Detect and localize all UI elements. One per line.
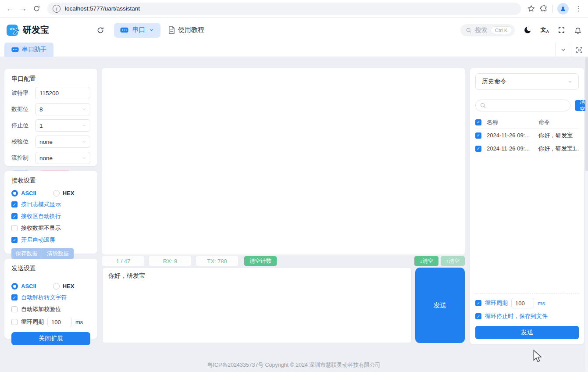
auto-scroll-option[interactable]: ✓ 开启自动滚屏 [11, 236, 90, 244]
data-bits-select[interactable]: 8 [35, 103, 90, 115]
serial-mode-dropdown[interactable]: 串口 [114, 23, 160, 38]
checkbox-checked-icon[interactable]: ✓ [11, 201, 18, 207]
chevron-down-icon [82, 155, 87, 161]
receive-status-bar: 1 / 47 RX: 9 TX: 780 清空计数 ↓清空 ↑清空 [102, 256, 465, 266]
log-mode-label: 按日志模式显示 [21, 200, 61, 208]
checkbox-checked-icon[interactable]: ✓ [11, 237, 18, 243]
browser-refresh-button[interactable] [30, 2, 43, 15]
clear-receive-button[interactable]: ↓清空 [414, 256, 438, 266]
send-settings-panel: 发送设置 ASCII HEX ✓ 自动解析转义字符 自动添加校验位 循环周期 m… [4, 259, 97, 339]
bookmark-star-icon[interactable] [527, 4, 535, 13]
search-placeholder: 搜索 [475, 26, 487, 34]
refresh-icon [96, 26, 104, 34]
history-loop-input[interactable] [511, 298, 534, 308]
browser-menu-icon[interactable]: ⋮ [573, 4, 584, 13]
loop-period-input[interactable] [47, 317, 72, 327]
clear-send-button[interactable]: ↑清空 [441, 256, 465, 266]
clear-counters-button[interactable]: 清空计数 [244, 256, 277, 266]
dark-mode-toggle[interactable] [524, 26, 532, 34]
parity-select[interactable]: none [35, 136, 90, 148]
tabbar-divider [571, 43, 571, 57]
row-checkbox[interactable]: ✓ [475, 146, 481, 152]
scrollbar-thumb[interactable] [585, 57, 588, 171]
app-logo-icon: <> [6, 24, 19, 37]
serial-port-icon [120, 27, 128, 33]
site-info-icon[interactable]: i [53, 5, 61, 13]
app-logo[interactable]: <> 研发宝 [6, 24, 49, 37]
browser-forward-button[interactable]: → [17, 2, 30, 15]
chevron-down-icon [149, 27, 154, 33]
checkbox-checked-icon[interactable]: ✓ [11, 294, 18, 300]
auto-wrap-option[interactable]: ✓ 接收区自动换行 [11, 212, 90, 220]
address-bar[interactable]: i localhost:5777/uart/assistant [47, 3, 521, 15]
tabbar-divider [555, 43, 556, 57]
col-name-header: 名称 [487, 118, 538, 126]
tabs-chevron-down-icon[interactable] [560, 46, 567, 53]
history-send-button[interactable]: 发送 [475, 326, 579, 339]
history-row[interactable]: ✓ 2024-11-26 09:... 你好，研发宝 [475, 129, 579, 142]
hide-data-option[interactable]: 接收数据不显示 [11, 224, 90, 232]
recv-ascii-radio[interactable] [11, 190, 18, 197]
stop-bits-select[interactable]: 1 [35, 119, 90, 132]
checkbox-unchecked-icon[interactable] [11, 225, 18, 231]
escape-parse-option[interactable]: ✓ 自动解析转义字符 [11, 293, 90, 301]
recv-hex-label: HEX [63, 190, 75, 197]
translate-icon: 文A [541, 27, 549, 34]
history-clear-label: 清空 [580, 98, 585, 113]
checkbox-unchecked-icon[interactable] [11, 306, 18, 312]
footer-copyright: 粤ICP备2024335737号 Copyright © 2024 深圳市慧联灵… [0, 361, 588, 369]
send-text-input[interactable]: 你好，研发宝 [102, 268, 412, 343]
send-ascii-label: ASCII [21, 283, 36, 290]
tutorial-link[interactable]: 使用教程 [168, 26, 204, 34]
url-text: localhost:5777/uart/assistant [65, 5, 140, 12]
browser-chrome: ← → i localhost:5777/uart/assistant ⋮ [0, 0, 588, 18]
tab-serial-assistant[interactable]: 串口助手 [4, 43, 53, 57]
close-extension-button[interactable]: 关闭扩展 [11, 332, 90, 345]
flow-control-select[interactable]: none [35, 152, 90, 164]
global-search[interactable]: 搜索 Ctrl K [460, 24, 515, 36]
row-checkbox[interactable]: ✓ [475, 132, 481, 139]
clear-counters-label: 清空计数 [249, 258, 271, 265]
escape-parse-label: 自动解析转义字符 [21, 293, 67, 301]
send-settings-title: 发送设置 [11, 265, 90, 272]
history-mode-select[interactable]: 历史命令 [475, 73, 579, 90]
history-row[interactable]: ✓ 2024-11-26 09:... 你好，研发宝1... [475, 142, 579, 155]
history-search-field[interactable] [475, 100, 570, 111]
parity-value: none [39, 139, 53, 145]
add-checksum-option[interactable]: 自动添加校验位 [11, 305, 90, 313]
log-mode-option[interactable]: ✓ 按日志模式显示 [11, 200, 90, 208]
language-toggle[interactable]: 文A [541, 27, 549, 34]
fullscreen-button[interactable] [558, 26, 565, 34]
select-all-checkbox[interactable]: ✓ [475, 119, 481, 125]
receive-display-area[interactable] [102, 68, 465, 254]
browser-profile-avatar[interactable] [557, 3, 569, 14]
chevron-down-icon [82, 107, 87, 112]
refresh-icon [33, 5, 40, 12]
checkbox-checked-icon[interactable]: ✓ [475, 300, 481, 306]
checkbox-checked-icon[interactable]: ✓ [11, 213, 18, 219]
recv-hex-radio[interactable] [53, 190, 60, 197]
baud-rate-input[interactable] [39, 90, 86, 97]
page-scrollbar[interactable] [585, 57, 588, 372]
extensions-icon[interactable] [540, 4, 548, 13]
clear-data-button[interactable]: 清除数据 [42, 248, 74, 259]
maximize-view-icon[interactable] [576, 46, 583, 54]
save-data-button[interactable]: 保存数据 [11, 248, 42, 259]
send-hex-radio[interactable] [53, 283, 60, 290]
checkbox-unchecked-icon[interactable] [11, 319, 18, 325]
history-panel: 历史命令 清空 ✓ 名称 命令 ✓ 2024-11-26 09:... 你好，研… [470, 68, 584, 344]
history-table-header: ✓ 名称 命令 [475, 116, 579, 129]
send-button[interactable]: 发送 [415, 268, 465, 343]
checkbox-checked-icon[interactable]: ✓ [475, 313, 481, 319]
history-mode-value: 历史命令 [482, 78, 506, 86]
auto-scroll-label: 开启自动滚屏 [21, 236, 55, 244]
notifications-button[interactable] [574, 26, 582, 34]
send-button-label: 发送 [434, 301, 447, 310]
loop-unit-label: ms [75, 319, 83, 326]
history-search-input[interactable] [489, 102, 566, 109]
page-counter: 1 / 47 [102, 256, 144, 266]
history-loop-label: 循环周期 [485, 299, 508, 307]
page-refresh-button[interactable] [96, 26, 104, 34]
browser-back-button[interactable]: ← [4, 2, 17, 15]
send-ascii-radio[interactable] [11, 283, 18, 290]
